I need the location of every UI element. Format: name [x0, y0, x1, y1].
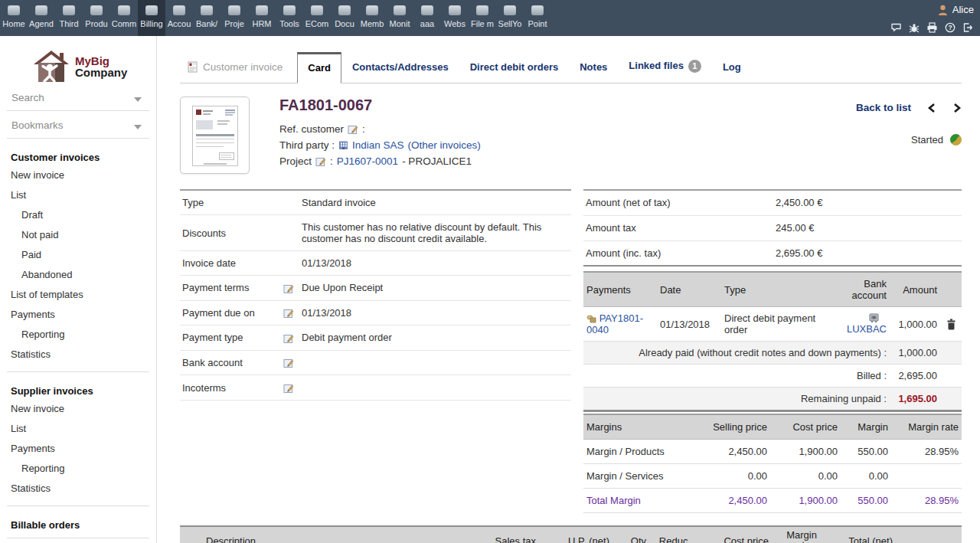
bug-icon[interactable]	[909, 22, 920, 33]
menu-pos[interactable]: Point	[524, 0, 551, 36]
sidebar-divider	[7, 371, 149, 372]
invoice-details-table: Type Standard invoice Discounts This cus…	[180, 189, 571, 401]
tab-direct-debit-orders[interactable]: Direct debit orders	[459, 61, 570, 83]
edit-payment-due-icon[interactable]	[283, 308, 294, 319]
menu-home[interactable]: Home	[0, 0, 28, 36]
menu-hrm[interactable]: HRM	[248, 0, 276, 36]
logout-icon[interactable]	[962, 22, 974, 33]
menu-website[interactable]: Webs	[441, 0, 469, 36]
sidebar-item-not-paid[interactable]: Not paid	[0, 225, 156, 245]
menu-tools[interactable]: Tools	[276, 0, 303, 36]
invoice-preview-thumbnail[interactable]	[180, 96, 250, 174]
edit-payment-type-icon[interactable]	[283, 333, 294, 344]
payment-date: 01/13/2018	[657, 307, 721, 342]
sidebar-item-abandoned[interactable]: Abandoned	[0, 265, 156, 285]
sales-tax-header: Sales tax	[469, 527, 539, 543]
tab-card[interactable]: Card	[297, 52, 341, 83]
already-paid-value: 1,000.00	[890, 342, 940, 365]
payment-type: Direct debit payment order	[721, 307, 836, 342]
sidebar-item-statistics[interactable]: Statistics	[0, 345, 156, 365]
sidebar-section-customer-invoices[interactable]: Customer invoices	[11, 152, 156, 163]
sidebar-item-reporting[interactable]: Reporting	[0, 325, 156, 345]
edit-bank-account-icon[interactable]	[283, 358, 294, 368]
menu-documents[interactable]: Docu	[331, 0, 358, 36]
next-invoice-icon[interactable]	[952, 103, 962, 113]
menu-agenda[interactable]: Agend	[28, 0, 55, 36]
menu-aaa[interactable]: aaa	[413, 0, 441, 36]
pos-icon	[531, 5, 544, 15]
edit-project-icon[interactable]	[315, 156, 326, 167]
sidebar-item-payments[interactable]: Payments	[0, 305, 156, 325]
menu-products[interactable]: Produ	[83, 0, 110, 36]
detail-label: Payment due on	[180, 300, 283, 325]
menu-billing[interactable]: Billing	[138, 0, 165, 36]
back-to-list-link[interactable]: Back to list	[856, 102, 911, 113]
edit-ref-customer-icon[interactable]	[348, 124, 358, 135]
menu-ecommerce[interactable]: ECom	[303, 0, 331, 36]
table-row: Incoterms	[180, 375, 571, 401]
sidebar-item-reporting-supplier[interactable]: Reporting	[0, 459, 156, 479]
edit-payment-terms-icon[interactable]	[283, 283, 294, 294]
sidebar-item-draft[interactable]: Draft	[0, 205, 156, 225]
bank-account-link[interactable]: LUXBAC	[847, 323, 887, 335]
menu-thirdparties[interactable]: Third	[55, 0, 83, 36]
billing-icon	[145, 5, 158, 15]
main-content: Customer invoice Card Contacts/Addresses…	[158, 36, 980, 543]
menu-accountancy[interactable]: Accou	[165, 0, 193, 36]
project-link[interactable]: PJ1607-0001	[337, 153, 398, 169]
reduc-header: Reduc.	[649, 527, 694, 543]
tab-context: Customer invoice	[180, 61, 297, 83]
menu-monitoring[interactable]: Monit	[386, 0, 413, 36]
bank-icon	[201, 5, 213, 15]
sidebar-divider	[7, 505, 149, 506]
tab-linked-files[interactable]: Linked files1	[618, 60, 712, 83]
remaining-unpaid-value: 1,695.00	[890, 388, 940, 411]
tab-notes[interactable]: Notes	[569, 61, 618, 83]
sidebar-item-list-supplier[interactable]: List	[0, 419, 156, 439]
search-dropdown[interactable]: Search	[7, 83, 149, 111]
linked-files-count-badge: 1	[688, 60, 701, 73]
sidebar-item-paid[interactable]: Paid	[0, 245, 156, 265]
chat-icon[interactable]	[890, 22, 902, 33]
menu-label: Produ	[83, 19, 110, 28]
edit-incoterms-icon[interactable]	[283, 383, 294, 394]
sidebar-item-statistics-supplier[interactable]: Statistics	[0, 479, 156, 499]
menu-bank[interactable]: Bank/	[193, 0, 220, 36]
sidebar-item-payments-supplier[interactable]: Payments	[0, 439, 156, 459]
tab-contacts-addresses[interactable]: Contacts/Addresses	[341, 61, 459, 83]
tab-log[interactable]: Log	[712, 61, 752, 83]
thirdparties-icon	[63, 5, 75, 15]
delete-payment-icon[interactable]	[946, 319, 956, 330]
printer-icon[interactable]	[926, 22, 938, 33]
menu-commercial[interactable]: Comm	[110, 0, 138, 36]
margin-rate	[891, 464, 962, 489]
sidebar-item-list[interactable]: List	[0, 185, 156, 205]
total-margin-link[interactable]: Total Margin	[583, 489, 688, 513]
margin-cost: 0.00	[770, 464, 841, 489]
sidebar-item-new-invoice-supplier[interactable]: New invoice	[0, 399, 156, 419]
previous-invoice-icon[interactable]	[927, 103, 936, 113]
menu-sellyoursaas[interactable]: SellYo	[496, 0, 524, 36]
hrm-icon	[256, 5, 268, 15]
user-menu[interactable]: Alice	[938, 4, 974, 15]
sidebar-section-supplier-invoices[interactable]: Supplier invoices	[11, 385, 156, 397]
chevron-down-icon	[134, 125, 142, 129]
sidebar-section-billable-orders[interactable]: Billable orders	[11, 519, 156, 531]
sidebar-item-list-of-templates[interactable]: List of templates	[0, 285, 156, 305]
menu-filemanager[interactable]: File m	[469, 0, 496, 36]
company-building-icon	[338, 140, 348, 150]
menu-label: Monit	[386, 19, 413, 28]
company-logo[interactable]: MyBig Company	[34, 50, 156, 83]
menu-members[interactable]: Memb	[358, 0, 386, 36]
other-invoices-link[interactable]: (Other invoices)	[408, 137, 481, 153]
sidebar-item-new-invoice[interactable]: New invoice	[0, 165, 156, 185]
help-icon[interactable]: ?	[945, 22, 956, 33]
menu-projects[interactable]: Proje	[220, 0, 248, 36]
invoice-lines-section: Description Sales tax U.P. (net) Qty Red…	[180, 525, 962, 543]
bookmarks-dropdown[interactable]: Bookmarks	[7, 111, 149, 139]
table-row: Discounts This customer has no relative …	[180, 215, 571, 251]
third-party-link[interactable]: Indian SAS	[352, 137, 404, 153]
margins-header-row: Margins Selling price Cost price Margin …	[583, 414, 962, 440]
ref-customer-line: Ref. customer :	[279, 121, 962, 137]
payment-ref-cell: PAY1801-0040	[583, 307, 657, 342]
